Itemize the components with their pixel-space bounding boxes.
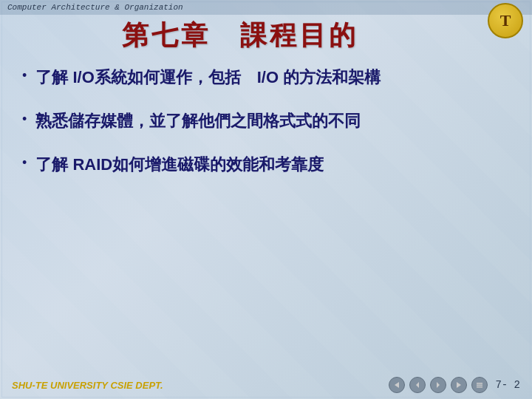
nav-menu-button[interactable]: [471, 377, 488, 393]
bullet-item-2: • 熟悉儲存媒體，並了解他們之間格式式的不同: [22, 110, 510, 133]
bullet-dot-3: •: [22, 155, 27, 171]
nav-next-button[interactable]: [430, 377, 446, 393]
svg-rect-6: [477, 386, 482, 388]
footer-right: 7- 2: [389, 377, 520, 393]
svg-rect-4: [477, 383, 482, 384]
logo-circle: [488, 3, 523, 38]
bullet-text-3: 了解 RAID如何增進磁碟的效能和考靠度: [35, 154, 324, 177]
nav-prev-button[interactable]: [409, 377, 426, 393]
svg-rect-5: [477, 385, 482, 386]
header-bar: Computer Architecture & Organization: [0, 0, 532, 15]
bullet-item-3: • 了解 RAID如何增進磁碟的效能和考靠度: [22, 154, 510, 177]
bullet-dot-2: •: [22, 112, 27, 127]
main-title: 第七章 課程目的: [0, 18, 480, 54]
header-title: Computer Architecture & Organization: [7, 3, 183, 12]
slide: Computer Architecture & Organization 第七章…: [0, 0, 532, 399]
footer: SHU-TE UNIVERSITY CSIE DEPT.: [0, 377, 532, 393]
logo: [488, 3, 525, 40]
bullet-text-2: 熟悉儲存媒體，並了解他們之間格式式的不同: [35, 110, 361, 133]
content-area: • 了解 I/O系統如何運作，包括 I/O 的方法和架構 • 熟悉儲存媒體，並了…: [22, 66, 510, 362]
bullet-dot-1: •: [22, 68, 27, 83]
svg-marker-2: [437, 382, 440, 388]
nav-last-button[interactable]: [451, 377, 467, 393]
svg-marker-1: [416, 382, 419, 388]
bullet-item-1: • 了解 I/O系統如何運作，包括 I/O 的方法和架構: [22, 66, 510, 89]
svg-marker-0: [395, 382, 399, 388]
footer-institution: SHU-TE UNIVERSITY CSIE DEPT.: [12, 380, 163, 391]
bullet-text-1: 了解 I/O系統如何運作，包括 I/O 的方法和架構: [35, 66, 381, 89]
nav-first-button[interactable]: [389, 377, 405, 393]
svg-marker-3: [457, 382, 461, 388]
page-number: 7- 2: [495, 379, 520, 391]
